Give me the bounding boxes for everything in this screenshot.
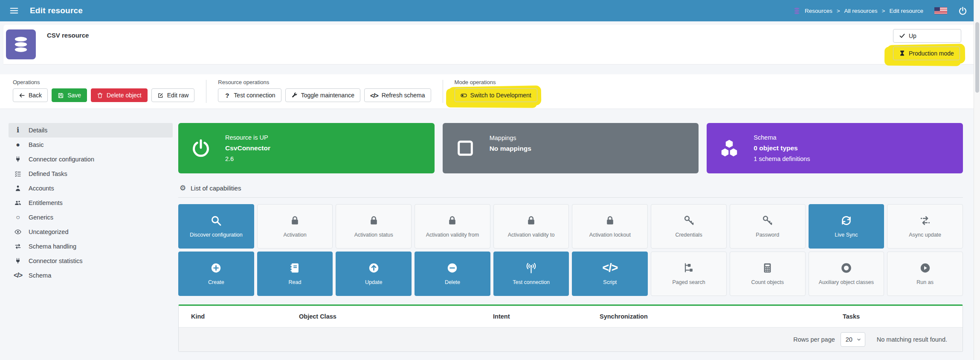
card-value: No mappings <box>490 145 531 152</box>
card-title: Schema <box>754 134 810 141</box>
check-icon <box>899 32 905 39</box>
column-header-tasks: Tasks <box>843 313 963 320</box>
square-outline-icon <box>455 138 475 158</box>
sidebar-item-schema[interactable]: </> Schema <box>9 268 173 283</box>
plug-icon <box>14 258 22 264</box>
card-subtitle: 1 schema definitions <box>754 155 810 162</box>
card-value: CsvConnector <box>225 144 270 152</box>
test-connection-button[interactable]: ? Test connection <box>218 88 281 102</box>
object-types-table: Kind Object Class Intent Synchronization… <box>178 304 963 352</box>
circle-outline-icon: ○ <box>14 214 22 221</box>
database-icon <box>793 7 800 15</box>
arrow-up-circle-icon <box>368 262 380 274</box>
key-icon <box>683 215 695 226</box>
card-subtitle <box>490 156 531 162</box>
sync-icon <box>841 215 852 226</box>
sidebar-item-entitlements[interactable]: Entitlements <box>9 196 173 210</box>
scrollbar-thumb[interactable] <box>975 22 979 93</box>
power-logout-icon[interactable] <box>958 6 967 15</box>
capability-create[interactable]: Create <box>178 252 254 296</box>
lock-icon <box>447 215 458 226</box>
capability-activation-validity-to[interactable]: Activation validity to <box>493 204 569 249</box>
sidebar-item-accounts[interactable]: Accounts <box>9 181 173 196</box>
question-icon: ? <box>224 92 230 99</box>
plus-circle-icon <box>210 262 222 274</box>
sidebar-item-uncategorized[interactable]: Uncategorized <box>9 225 173 239</box>
card-title: Mappings <box>490 135 531 141</box>
resource-header: CSV resource Up Production mode <box>3 25 977 64</box>
capability-auxiliary-object-classes[interactable]: Auxiliary object classes <box>809 252 884 296</box>
sidebar-item-details[interactable]: i Details <box>9 123 173 138</box>
address-book-icon <box>289 262 301 274</box>
sidebar-item-defined-tasks[interactable]: Defined Tasks <box>9 167 173 181</box>
capability-test-connection[interactable]: Test connection <box>493 252 569 296</box>
breadcrumb-item-all-resources[interactable]: All resources <box>844 8 878 14</box>
edit-raw-button[interactable]: Edit raw <box>151 88 195 102</box>
save-button[interactable]: Save <box>52 88 87 102</box>
lock-icon <box>525 215 537 226</box>
capability-paged-search[interactable]: Paged search <box>651 252 727 296</box>
capability-activation[interactable]: Activation <box>257 204 333 249</box>
us-flag-icon[interactable] <box>934 7 947 14</box>
floppy-save-icon <box>58 92 64 99</box>
broadcast-tower-icon <box>525 262 537 274</box>
key-icon <box>762 215 773 226</box>
capability-script[interactable]: </> Script <box>572 252 648 296</box>
up-status-button[interactable]: Up <box>893 29 961 43</box>
capabilities-header: ⚙ List of capabilities <box>179 184 963 192</box>
capability-run-as[interactable]: Run as <box>887 252 963 296</box>
lock-icon <box>368 215 380 226</box>
lock-icon <box>604 215 616 226</box>
capability-count-objects[interactable]: Count objects <box>730 252 806 296</box>
sidebar-item-connector-statistics[interactable]: Connector statistics <box>9 254 173 268</box>
breadcrumb-item-resources[interactable]: Resources <box>805 8 832 14</box>
back-button[interactable]: Back <box>13 88 48 102</box>
sidebar-item-basic[interactable]: ● Basic <box>9 138 173 152</box>
rows-per-page-select[interactable]: 20 <box>841 332 865 347</box>
toolbar-divider <box>443 80 443 103</box>
lock-icon <box>289 215 301 226</box>
column-header-synchronization: Synchronization <box>600 313 843 320</box>
navbar-right: Resources > All resources > Edit resourc… <box>793 6 967 15</box>
switch-to-development-button[interactable]: Switch to Development <box>455 88 537 102</box>
schema-card: Schema 0 object types 1 schema definitio… <box>707 123 963 173</box>
sidebar-item-connector-configuration[interactable]: Connector configuration <box>9 152 173 167</box>
capability-password[interactable]: Password <box>730 204 806 249</box>
search-icon <box>210 215 222 226</box>
capability-update[interactable]: Update <box>336 252 412 296</box>
toggle-maintenance-button[interactable]: Toggle maintenance <box>285 88 360 102</box>
sidebar-item-generics[interactable]: ○ Generics <box>9 210 173 225</box>
chevron-down-icon <box>856 337 861 342</box>
column-header-object-class: Object Class <box>299 313 493 320</box>
column-header-kind: Kind <box>191 313 299 320</box>
card-subtitle: 2.6 <box>225 155 270 162</box>
status-cards: Resource is UP CsvConnector 2.6 Mappings… <box>178 123 963 173</box>
toggle-icon <box>461 92 467 99</box>
capability-credentials[interactable]: Credentials <box>651 204 727 249</box>
delete-object-button[interactable]: Delete object <box>91 88 148 102</box>
capability-discover-configuration[interactable]: Discover configuration <box>178 204 254 249</box>
capability-activation-lockout[interactable]: Activation lockout <box>572 204 648 249</box>
table-header-row: Kind Object Class Intent Synchronization… <box>179 306 963 327</box>
toolbar-group-mode-operations: Mode operations Switch to Development <box>455 79 537 103</box>
production-mode-button[interactable]: Production mode <box>893 47 960 60</box>
column-header-intent: Intent <box>493 313 600 320</box>
content-area: i Details ● Basic Connector configuratio… <box>0 108 980 352</box>
calculator-icon <box>762 262 773 274</box>
capability-activation-status[interactable]: Activation status <box>336 204 412 249</box>
vertical-scrollbar <box>974 0 980 360</box>
capability-delete[interactable]: Delete <box>415 252 490 296</box>
refresh-schema-button[interactable]: </> Refresh schema <box>364 88 431 102</box>
rows-per-page-label: Rows per page <box>793 336 835 343</box>
capability-read[interactable]: Read <box>257 252 333 296</box>
capability-activation-validity-from[interactable]: Activation validity from <box>415 204 490 249</box>
hamburger-menu-icon[interactable] <box>9 6 19 15</box>
eye-icon <box>14 228 22 235</box>
capability-async-update[interactable]: Async update <box>887 204 963 249</box>
code-icon: </> <box>602 262 618 274</box>
sidebar-item-schema-handling[interactable]: Schema handling <box>9 239 173 254</box>
capabilities-grid: Discover configuration Activation Activa… <box>178 204 963 296</box>
toolbar-group-operations: Operations Back Save Delete object Edit … <box>13 79 194 103</box>
capability-live-sync[interactable]: Live Sync <box>809 204 884 249</box>
card-value: 0 object types <box>754 144 810 152</box>
